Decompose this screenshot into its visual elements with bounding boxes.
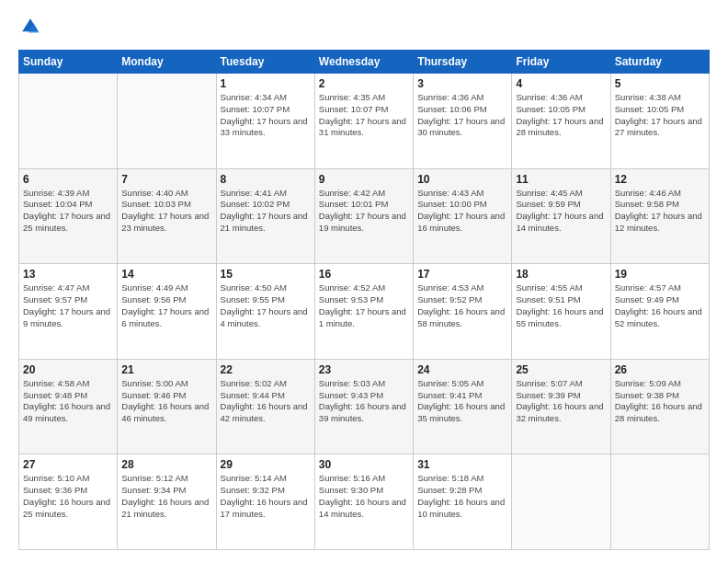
day-number: 1	[221, 77, 311, 90]
day-number: 8	[221, 173, 311, 186]
calendar-day-cell: 15Sunrise: 4:50 AM Sunset: 9:55 PM Dayli…	[216, 264, 314, 360]
calendar-day-cell	[118, 74, 216, 169]
day-number: 4	[516, 77, 606, 90]
calendar-day-cell: 4Sunrise: 4:36 AM Sunset: 10:05 PM Dayli…	[512, 74, 610, 169]
calendar-table: SundayMondayTuesdayWednesdayThursdayFrid…	[18, 50, 710, 550]
calendar-day-cell: 20Sunrise: 4:58 AM Sunset: 9:48 PM Dayli…	[19, 359, 118, 454]
calendar-day-cell: 9Sunrise: 4:42 AM Sunset: 10:01 PM Dayli…	[314, 168, 413, 264]
day-info: Sunrise: 4:38 AM Sunset: 10:05 PM Daylig…	[615, 92, 705, 139]
day-number: 15	[221, 268, 311, 281]
day-number: 21	[121, 363, 211, 376]
calendar-week-row: 20Sunrise: 4:58 AM Sunset: 9:48 PM Dayli…	[19, 359, 710, 454]
day-number: 14	[121, 268, 211, 281]
calendar-header-cell: Friday	[512, 51, 610, 74]
day-number: 27	[23, 458, 113, 471]
calendar-day-cell: 6Sunrise: 4:39 AM Sunset: 10:04 PM Dayli…	[19, 168, 118, 264]
day-info: Sunrise: 5:12 AM Sunset: 9:34 PM Dayligh…	[121, 473, 211, 520]
calendar-day-cell: 5Sunrise: 4:38 AM Sunset: 10:05 PM Dayli…	[610, 74, 709, 169]
calendar-day-cell: 3Sunrise: 4:36 AM Sunset: 10:06 PM Dayli…	[414, 74, 512, 169]
day-number: 25	[516, 363, 606, 376]
day-info: Sunrise: 5:00 AM Sunset: 9:46 PM Dayligh…	[121, 378, 211, 425]
day-number: 12	[615, 173, 705, 186]
calendar-day-cell: 8Sunrise: 4:41 AM Sunset: 10:02 PM Dayli…	[216, 168, 314, 264]
day-info: Sunrise: 4:40 AM Sunset: 10:03 PM Daylig…	[121, 188, 211, 235]
calendar-day-cell: 14Sunrise: 4:49 AM Sunset: 9:56 PM Dayli…	[118, 264, 216, 360]
calendar-day-cell: 31Sunrise: 5:18 AM Sunset: 9:28 PM Dayli…	[414, 454, 512, 550]
calendar-day-cell: 26Sunrise: 5:09 AM Sunset: 9:38 PM Dayli…	[610, 359, 709, 454]
calendar-header-cell: Sunday	[19, 51, 118, 74]
calendar-day-cell: 24Sunrise: 5:05 AM Sunset: 9:41 PM Dayli…	[414, 359, 512, 454]
day-number: 9	[319, 173, 409, 186]
day-number: 16	[319, 268, 409, 281]
calendar-day-cell: 2Sunrise: 4:35 AM Sunset: 10:07 PM Dayli…	[314, 74, 413, 169]
day-number: 3	[417, 77, 507, 90]
day-info: Sunrise: 4:57 AM Sunset: 9:49 PM Dayligh…	[615, 282, 705, 329]
day-info: Sunrise: 4:53 AM Sunset: 9:52 PM Dayligh…	[417, 282, 507, 329]
calendar-day-cell: 17Sunrise: 4:53 AM Sunset: 9:52 PM Dayli…	[414, 264, 512, 360]
day-number: 5	[615, 77, 705, 90]
day-info: Sunrise: 4:39 AM Sunset: 10:04 PM Daylig…	[23, 188, 113, 235]
calendar-day-cell: 18Sunrise: 4:55 AM Sunset: 9:51 PM Dayli…	[512, 264, 610, 360]
day-info: Sunrise: 4:49 AM Sunset: 9:56 PM Dayligh…	[121, 282, 211, 329]
day-info: Sunrise: 4:45 AM Sunset: 9:59 PM Dayligh…	[516, 188, 606, 235]
day-number: 23	[319, 363, 409, 376]
calendar-day-cell: 11Sunrise: 4:45 AM Sunset: 9:59 PM Dayli…	[512, 168, 610, 264]
calendar-day-cell: 30Sunrise: 5:16 AM Sunset: 9:30 PM Dayli…	[314, 454, 413, 550]
logo-icon	[20, 17, 40, 37]
calendar-week-row: 27Sunrise: 5:10 AM Sunset: 9:36 PM Dayli…	[19, 454, 710, 550]
calendar-day-cell: 13Sunrise: 4:47 AM Sunset: 9:57 PM Dayli…	[19, 264, 118, 360]
calendar-day-cell: 27Sunrise: 5:10 AM Sunset: 9:36 PM Dayli…	[19, 454, 118, 550]
day-number: 10	[417, 173, 507, 186]
day-info: Sunrise: 5:05 AM Sunset: 9:41 PM Dayligh…	[417, 378, 507, 425]
calendar-day-cell: 12Sunrise: 4:46 AM Sunset: 9:58 PM Dayli…	[610, 168, 709, 264]
day-number: 24	[417, 363, 507, 376]
day-info: Sunrise: 4:42 AM Sunset: 10:01 PM Daylig…	[319, 188, 409, 235]
calendar-day-cell	[610, 454, 709, 550]
day-number: 11	[516, 173, 606, 186]
calendar-day-cell: 19Sunrise: 4:57 AM Sunset: 9:49 PM Dayli…	[610, 264, 709, 360]
day-number: 13	[23, 268, 113, 281]
day-info: Sunrise: 5:03 AM Sunset: 9:43 PM Dayligh…	[319, 378, 409, 425]
calendar-week-row: 13Sunrise: 4:47 AM Sunset: 9:57 PM Dayli…	[19, 264, 710, 360]
calendar-header-row: SundayMondayTuesdayWednesdayThursdayFrid…	[19, 51, 710, 74]
day-info: Sunrise: 4:58 AM Sunset: 9:48 PM Dayligh…	[23, 378, 113, 425]
day-number: 26	[615, 363, 705, 376]
day-number: 29	[221, 458, 311, 471]
day-number: 30	[319, 458, 409, 471]
calendar-header-cell: Wednesday	[314, 51, 413, 74]
calendar-day-cell	[19, 74, 118, 169]
day-number: 19	[615, 268, 705, 281]
day-number: 2	[319, 77, 409, 90]
calendar-header-cell: Thursday	[414, 51, 512, 74]
day-info: Sunrise: 4:41 AM Sunset: 10:02 PM Daylig…	[221, 188, 311, 235]
day-info: Sunrise: 5:09 AM Sunset: 9:38 PM Dayligh…	[615, 378, 705, 425]
day-info: Sunrise: 5:14 AM Sunset: 9:32 PM Dayligh…	[221, 473, 311, 520]
page: SundayMondayTuesdayWednesdayThursdayFrid…	[0, 0, 728, 563]
calendar-day-cell: 21Sunrise: 5:00 AM Sunset: 9:46 PM Dayli…	[118, 359, 216, 454]
day-info: Sunrise: 4:46 AM Sunset: 9:58 PM Dayligh…	[615, 188, 705, 235]
calendar-body: 1Sunrise: 4:34 AM Sunset: 10:07 PM Dayli…	[19, 74, 710, 550]
calendar-day-cell: 25Sunrise: 5:07 AM Sunset: 9:39 PM Dayli…	[512, 359, 610, 454]
day-info: Sunrise: 5:16 AM Sunset: 9:30 PM Dayligh…	[319, 473, 409, 520]
calendar-header-cell: Tuesday	[216, 51, 314, 74]
calendar-day-cell: 7Sunrise: 4:40 AM Sunset: 10:03 PM Dayli…	[118, 168, 216, 264]
calendar-day-cell: 22Sunrise: 5:02 AM Sunset: 9:44 PM Dayli…	[216, 359, 314, 454]
day-info: Sunrise: 5:10 AM Sunset: 9:36 PM Dayligh…	[23, 473, 113, 520]
calendar-day-cell: 28Sunrise: 5:12 AM Sunset: 9:34 PM Dayli…	[118, 454, 216, 550]
calendar-day-cell	[512, 454, 610, 550]
day-info: Sunrise: 4:55 AM Sunset: 9:51 PM Dayligh…	[516, 282, 606, 329]
day-number: 22	[221, 363, 311, 376]
calendar-week-row: 6Sunrise: 4:39 AM Sunset: 10:04 PM Dayli…	[19, 168, 710, 264]
day-info: Sunrise: 4:36 AM Sunset: 10:05 PM Daylig…	[516, 92, 606, 139]
day-info: Sunrise: 4:43 AM Sunset: 10:00 PM Daylig…	[417, 188, 507, 235]
calendar-day-cell: 16Sunrise: 4:52 AM Sunset: 9:53 PM Dayli…	[314, 264, 413, 360]
day-info: Sunrise: 4:50 AM Sunset: 9:55 PM Dayligh…	[221, 282, 311, 329]
day-number: 20	[23, 363, 113, 376]
day-number: 7	[121, 173, 211, 186]
day-info: Sunrise: 4:35 AM Sunset: 10:07 PM Daylig…	[319, 92, 409, 139]
calendar-week-row: 1Sunrise: 4:34 AM Sunset: 10:07 PM Dayli…	[19, 74, 710, 169]
calendar-day-cell: 1Sunrise: 4:34 AM Sunset: 10:07 PM Dayli…	[216, 74, 314, 169]
calendar-day-cell: 23Sunrise: 5:03 AM Sunset: 9:43 PM Dayli…	[314, 359, 413, 454]
calendar-day-cell: 29Sunrise: 5:14 AM Sunset: 9:32 PM Dayli…	[216, 454, 314, 550]
day-number: 17	[417, 268, 507, 281]
